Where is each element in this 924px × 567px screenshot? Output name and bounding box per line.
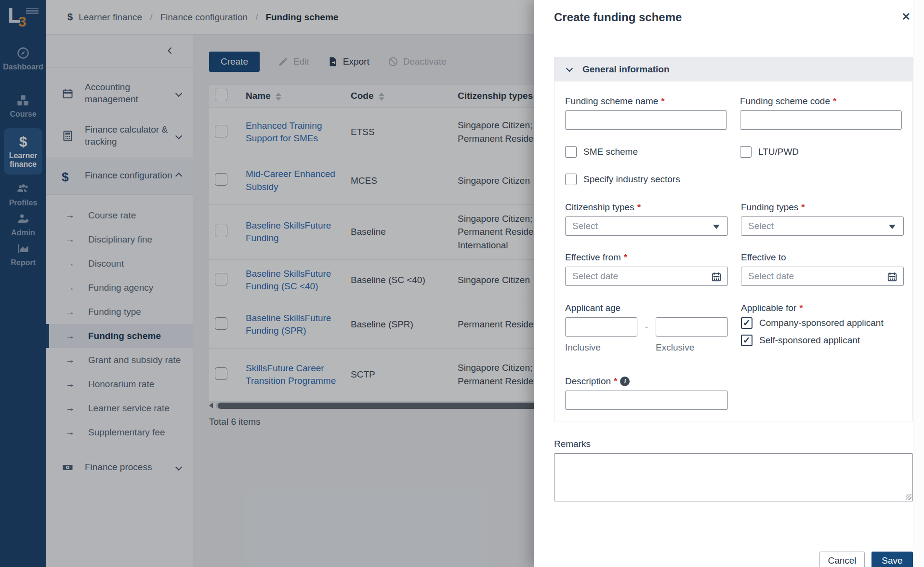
exclusive-hint: Exclusive (656, 342, 694, 353)
funding-scheme-code-label: Funding scheme code* (740, 96, 902, 107)
ltu-pwd-checkbox[interactable]: LTU/PWD (740, 146, 902, 158)
remarks-textarea[interactable] (554, 453, 913, 501)
calendar-icon (887, 271, 898, 282)
age-separator: - (645, 322, 648, 332)
citizenship-types-label: Citizenship types* (565, 202, 728, 213)
checkbox-checked-icon (741, 335, 752, 346)
effective-to-datepicker[interactable]: Select date (741, 267, 904, 286)
section-title: General information (582, 64, 670, 75)
sme-scheme-checkbox[interactable]: SME scheme (565, 146, 727, 158)
applicable-for-label: Applicable for* (741, 303, 902, 313)
specify-industry-sectors-checkbox[interactable]: Specify industry sectors (565, 174, 728, 185)
age-min-input[interactable] (565, 317, 637, 337)
checkbox-checked-icon (741, 317, 752, 329)
age-max-input[interactable] (656, 317, 728, 337)
remarks-label: Remarks (554, 439, 913, 449)
drawer-header: Create funding scheme ✕ (534, 0, 924, 35)
funding-scheme-name-label: Funding scheme name* (565, 96, 727, 107)
citizenship-types-select[interactable]: Select (565, 216, 728, 236)
effective-from-datepicker[interactable]: Select date (565, 267, 728, 286)
close-icon[interactable]: ✕ (902, 12, 911, 22)
general-information-section: General information Funding scheme name*… (554, 57, 913, 421)
inclusive-hint: Inclusive (565, 342, 656, 353)
funding-scheme-code-input[interactable] (740, 110, 902, 130)
checkbox-unchecked-icon (565, 174, 577, 185)
drawer-footer: Cancel Save (554, 552, 913, 567)
checkbox-unchecked-icon (565, 146, 577, 158)
caret-down-icon (889, 225, 896, 229)
description-label: Description* i (565, 376, 728, 387)
cancel-button[interactable]: Cancel (819, 552, 865, 567)
section-body: Funding scheme name* Funding scheme code… (554, 81, 912, 421)
drawer-body: General information Funding scheme name*… (534, 57, 924, 567)
section-header[interactable]: General information (554, 57, 912, 81)
app-page: L 3 Dashboard Course $ Learner finance (0, 0, 924, 567)
calendar-icon (711, 271, 722, 282)
drawer-title: Create funding scheme (554, 11, 682, 24)
checkbox-unchecked-icon (740, 146, 752, 158)
funding-scheme-name-input[interactable] (565, 110, 727, 130)
chevron-down-icon (566, 65, 573, 72)
info-icon[interactable]: i (620, 377, 630, 386)
description-input[interactable] (565, 391, 728, 410)
caret-down-icon (713, 225, 720, 229)
applicant-age-label: Applicant age (565, 303, 728, 313)
effective-to-label: Effective to (741, 252, 904, 263)
funding-types-label: Funding types* (741, 202, 904, 213)
self-sponsored-checkbox[interactable]: Self-sponsored applicant (741, 335, 902, 346)
drawer-scrollbar-track[interactable] (913, 0, 924, 567)
effective-from-label: Effective from* (565, 252, 728, 263)
create-funding-scheme-drawer: Create funding scheme ✕ General informat… (534, 0, 924, 567)
funding-types-select[interactable]: Select (741, 216, 904, 236)
company-sponsored-checkbox[interactable]: Company-sponsored applicant (741, 317, 902, 329)
save-button[interactable]: Save (871, 552, 913, 567)
